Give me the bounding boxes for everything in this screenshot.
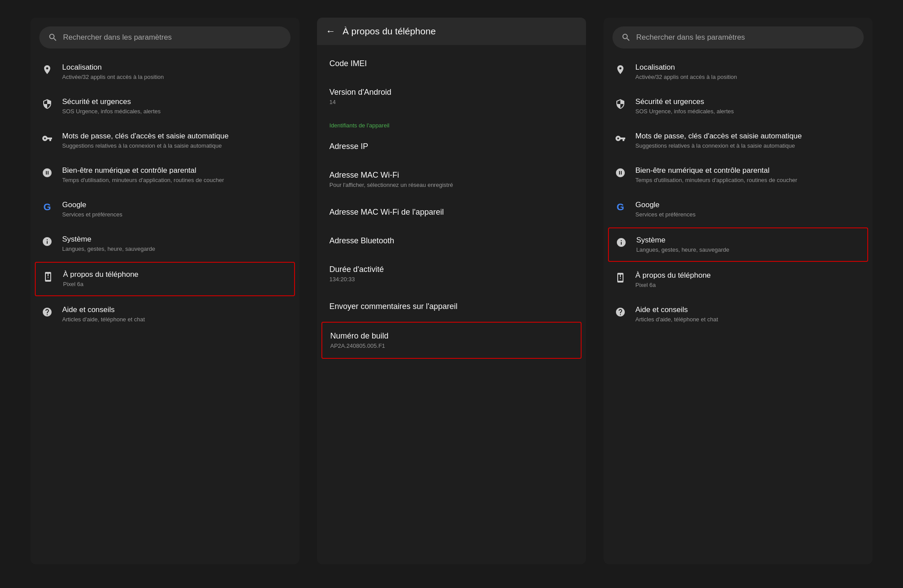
about-item-imei[interactable]: Code IMEI [317,49,586,78]
settings-list: Localisation Activée/32 applis ont accès… [604,52,873,564]
item-title: Aide et conseils [62,305,145,315]
item-title: À propos du téléphone [635,271,711,280]
about-subtitle: Pour l'afficher, sélectionnez un réseau … [329,182,574,188]
about-item-bluetooth[interactable]: Adresse Bluetooth [317,227,586,255]
item-subtitle: Articles d'aide, téléphone et chat [635,316,718,324]
info-icon [615,236,627,249]
about-subtitle: 14 [329,99,574,105]
item-subtitle: Activée/32 applis ont accès à la positio… [635,74,737,81]
item-subtitle: Services et préférences [635,211,696,219]
item-subtitle: Temps d'utilisation, minuteurs d'applica… [635,177,797,184]
header-title: À propos du téléphone [343,26,436,37]
settings-item-localisation[interactable]: Localisation Activée/32 applis ont accès… [604,55,873,89]
about-item-adresse_ip[interactable]: Adresse IP [317,132,586,161]
back-button[interactable]: ← [326,26,336,37]
about-title: Durée d'activité [329,265,574,274]
about-item-feedback[interactable]: Envoyer commentaires sur l'appareil [317,292,586,321]
item-text: Bien-être numérique et contrôle parental… [635,166,797,184]
item-text: Système Langues, gestes, heure, sauvegar… [62,234,155,253]
search-placeholder: Rechercher dans les paramètres [63,33,172,42]
security-icon [41,98,53,110]
phone_info-icon [42,271,54,283]
item-title: À propos du téléphone [63,270,138,279]
search-bar[interactable]: Rechercher dans les paramètres [612,26,864,48]
item-text: Google Services et préférences [635,200,696,219]
settings-item-securite[interactable]: Sécurité et urgences SOS Urgence, infos … [30,89,299,123]
key-icon [41,132,53,145]
item-subtitle: SOS Urgence, infos médicales, alertes [62,108,160,115]
search-icon [48,33,58,42]
item-title: Mots de passe, clés d'accès et saisie au… [62,131,228,141]
about-subtitle: AP2A.240805.005.F1 [330,342,573,349]
item-subtitle: Pixel 6a [63,281,138,288]
item-subtitle: Services et préférences [62,211,123,219]
settings-item-bienetre[interactable]: Bien-être numérique et contrôle parental… [30,158,299,192]
item-subtitle: SOS Urgence, infos médicales, alertes [635,108,734,115]
settings-item-systeme[interactable]: Système Langues, gestes, heure, sauvegar… [608,227,868,262]
item-subtitle: Langues, gestes, heure, sauvegarde [636,246,729,254]
item-title: Système [636,235,729,245]
wellbeing-icon [41,167,53,179]
about-title: Adresse MAC Wi-Fi [329,171,574,180]
settings-item-aide[interactable]: Aide et conseils Articles d'aide, téléph… [30,297,299,331]
item-text: Localisation Activée/32 applis ont accès… [62,63,164,81]
about-item-uptime[interactable]: Durée d'activité134:20:33 [317,255,586,292]
about-title: Numéro de build [330,331,573,341]
item-title: Google [635,200,696,210]
settings-item-google[interactable]: G Google Services et préférences [604,192,873,227]
item-title: Sécurité et urgences [62,97,160,107]
search-bar[interactable]: Rechercher dans les paramètres [39,26,291,48]
item-text: Sécurité et urgences SOS Urgence, infos … [635,97,734,115]
about-item-mac_wifi_device[interactable]: Adresse MAC Wi-Fi de l'appareil [317,198,586,227]
item-text: Bien-être numérique et contrôle parental… [62,166,224,184]
item-title: Google [62,200,123,210]
about-subtitle: 134:20:33 [329,276,574,283]
phone-screen-right: Rechercher dans les paramètres Localisat… [604,18,873,564]
about-item-build[interactable]: Numéro de buildAP2A.240805.005.F1 [321,322,582,359]
google-icon: G [614,201,627,213]
settings-item-motsdepasse[interactable]: Mots de passe, clés d'accès et saisie au… [30,123,299,158]
about-title: Code IMEI [329,59,574,68]
settings-item-motsdepasse[interactable]: Mots de passe, clés d'accès et saisie au… [604,123,873,158]
about-list: Code IMEIVersion d'Android14Identifiants… [317,45,586,564]
about-item-android_version[interactable]: Version d'Android14 [317,78,586,115]
about-title: Adresse IP [329,142,574,151]
item-title: Sécurité et urgences [635,97,734,107]
settings-item-bienetre[interactable]: Bien-être numérique et contrôle parental… [604,158,873,192]
settings-item-securite[interactable]: Sécurité et urgences SOS Urgence, infos … [604,89,873,123]
help-icon [41,306,53,318]
settings-item-systeme[interactable]: Système Langues, gestes, heure, sauvegar… [30,227,299,261]
settings-item-apropos[interactable]: À propos du téléphone Pixel 6a [604,263,873,297]
info-icon [41,235,53,248]
search-icon [621,33,631,42]
item-text: Sécurité et urgences SOS Urgence, infos … [62,97,160,115]
google-icon: G [41,201,53,213]
settings-item-apropos[interactable]: À propos du téléphone Pixel 6a [35,262,295,296]
item-text: Aide et conseils Articles d'aide, téléph… [62,305,145,324]
item-title: Bien-être numérique et contrôle parental [62,166,224,175]
settings-list: Localisation Activée/32 applis ont accès… [30,52,299,564]
location-icon [614,63,627,76]
security-icon [614,98,627,110]
item-subtitle: Articles d'aide, téléphone et chat [62,316,145,324]
item-subtitle: Langues, gestes, heure, sauvegarde [62,246,155,253]
item-text: À propos du téléphone Pixel 6a [63,270,138,288]
settings-item-aide[interactable]: Aide et conseils Articles d'aide, téléph… [604,297,873,331]
item-title: Localisation [635,63,737,72]
item-subtitle: Pixel 6a [635,282,711,289]
item-text: À propos du téléphone Pixel 6a [635,271,711,289]
item-text: Aide et conseils Articles d'aide, téléph… [635,305,718,324]
about-item-mac_wifi[interactable]: Adresse MAC Wi-FiPour l'afficher, sélect… [317,161,586,198]
settings-item-localisation[interactable]: Localisation Activée/32 applis ont accès… [30,55,299,89]
item-subtitle: Activée/32 applis ont accès à la positio… [62,74,164,81]
help-icon [614,306,627,318]
item-text: Mots de passe, clés d'accès et saisie au… [62,131,228,150]
item-subtitle: Suggestions relatives à la connexion et … [635,142,802,150]
about-title: Adresse MAC Wi-Fi de l'appareil [329,208,574,217]
key-icon [614,132,627,145]
item-text: Localisation Activée/32 applis ont accès… [635,63,737,81]
settings-item-google[interactable]: G Google Services et préférences [30,192,299,227]
wellbeing-icon [614,167,627,179]
about-title: Version d'Android [329,88,574,97]
search-placeholder: Rechercher dans les paramètres [636,33,745,42]
